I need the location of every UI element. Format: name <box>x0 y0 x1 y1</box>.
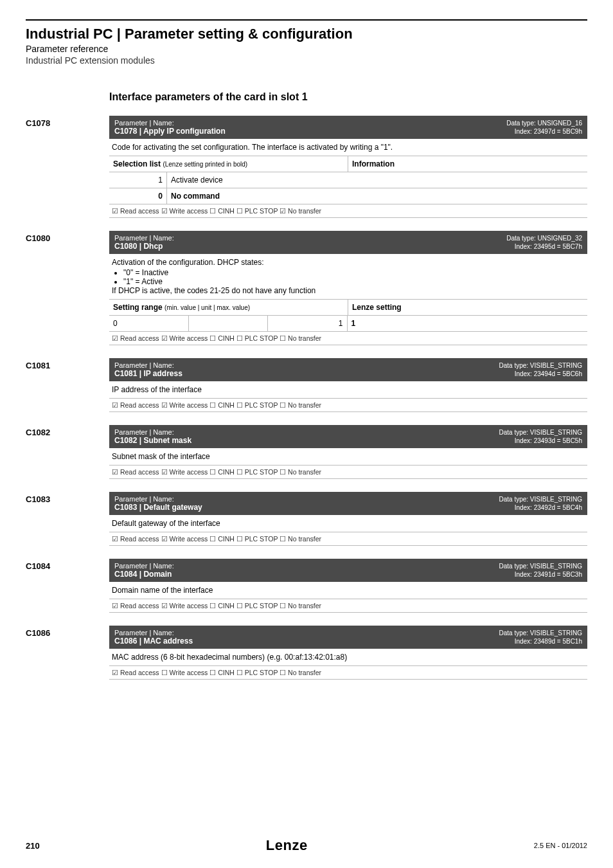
param-desc: Activation of the configuration. DHCP st… <box>109 254 587 300</box>
param-desc: MAC address (6 8-bit hexadecimal numbers… <box>109 649 587 666</box>
set-min: 0 <box>109 316 189 331</box>
desc-line: Activation of the configuration. DHCP st… <box>112 258 264 267</box>
param-index: Index: 23497d = 5BC9h <box>506 127 582 136</box>
param-label: Parameter | Name: <box>114 361 182 369</box>
param-index: Index: 23491d = 5BC3h <box>499 570 583 579</box>
sel-num: 1 <box>109 172 167 188</box>
setting-row: 0 1 1 <box>109 316 587 332</box>
access-flags: ☑ Read access ☑ Write access ☐ CINH ☐ PL… <box>109 532 587 546</box>
set-small: (min. value | unit | max. value) <box>164 304 250 311</box>
access-flags: ☑ Read access ☑ Write access ☐ CINH ☐ PL… <box>109 204 587 218</box>
param-name: C1082 | Subnet mask <box>114 436 191 445</box>
param-dtype: Data type: UNSIGNED_16 <box>506 119 582 127</box>
param-desc: IP address of the interface <box>109 381 587 399</box>
top-rule <box>26 19 587 21</box>
param-desc: Code for activating the set configuratio… <box>109 139 587 156</box>
page-subtitle-2: Industrial PC extension modules <box>26 55 587 66</box>
param-name: C1084 | Domain <box>114 570 174 579</box>
param-header: Parameter | Name: C1086 | MAC address Da… <box>109 626 587 649</box>
param-label: Parameter | Name: <box>114 495 202 503</box>
sel-info <box>348 172 587 188</box>
sel-label-text: No command <box>167 188 348 204</box>
param-dtype: Data type: VISIBLE_STRING <box>499 495 583 503</box>
param-c1081: C1081 Parameter | Name: C1081 | IP addre… <box>26 358 587 412</box>
selection-row: 0 No command <box>109 188 587 204</box>
param-dtype: Data type: VISIBLE_STRING <box>499 562 583 570</box>
param-dtype: Data type: VISIBLE_STRING <box>499 361 583 370</box>
information-label: Information <box>348 156 587 172</box>
sel-info <box>348 188 587 204</box>
param-name: C1086 | MAC address <box>114 637 193 646</box>
param-header: Parameter | Name: C1084 | Domain Data ty… <box>109 559 587 582</box>
sel-num: 0 <box>109 188 167 204</box>
param-index: Index: 23492d = 5BC4h <box>499 503 583 512</box>
access-flags: ☑ Read access ☑ Write access ☐ CINH ☐ PL… <box>109 599 587 613</box>
param-c1084: C1084 Parameter | Name: C1084 | Domain D… <box>26 559 587 613</box>
param-desc: Default gateway of the interface <box>109 515 587 532</box>
param-label: Parameter | Name: <box>114 119 226 127</box>
param-c1082: C1082 Parameter | Name: C1082 | Subnet m… <box>26 425 587 479</box>
page-number: 210 <box>26 841 40 851</box>
param-desc: Domain name of the interface <box>109 582 587 599</box>
set-max: 1 <box>268 316 348 331</box>
param-desc: Subnet mask of the interface <box>109 448 587 466</box>
param-name: C1080 | Dhcp <box>114 242 174 251</box>
revision-text: 2.5 EN - 01/2012 <box>534 842 587 849</box>
set-label: Setting range <box>113 303 163 312</box>
param-name: C1081 | IP address <box>114 369 182 378</box>
sel-small: (Lenze setting printed in bold) <box>163 161 247 168</box>
param-code: C1084 <box>26 559 109 613</box>
param-code: C1083 <box>26 492 109 546</box>
selection-list-label: Selection list (Lenze setting printed in… <box>109 156 348 172</box>
param-c1083: C1083 Parameter | Name: C1083 | Default … <box>26 492 587 546</box>
page-title: Industrial PC | Parameter setting & conf… <box>26 26 587 42</box>
sel-label-text: Activate device <box>167 172 348 188</box>
param-code: C1082 <box>26 425 109 479</box>
param-code: C1086 <box>26 626 109 680</box>
param-index: Index: 23493d = 5BC5h <box>499 437 583 445</box>
brand-logo: Lenze <box>266 837 308 854</box>
desc-line: If DHCP is active, the codes 21-25 do no… <box>112 286 315 295</box>
param-header: Parameter | Name: C1083 | Default gatewa… <box>109 492 587 515</box>
param-c1078: C1078 Parameter | Name: C1078 | Apply IP… <box>26 116 587 218</box>
access-flags: ☑ Read access ☐ Write access ☐ CINH ☐ PL… <box>109 666 587 680</box>
param-c1086: C1086 Parameter | Name: C1086 | MAC addr… <box>26 626 587 680</box>
access-flags: ☑ Read access ☑ Write access ☐ CINH ☐ PL… <box>109 399 587 412</box>
page-footer: 210 Lenze 2.5 EN - 01/2012 <box>26 837 587 854</box>
param-dtype: Data type: VISIBLE_STRING <box>499 428 583 437</box>
param-label: Parameter | Name: <box>114 234 174 242</box>
param-label: Parameter | Name: <box>114 629 193 637</box>
param-header: Parameter | Name: C1082 | Subnet mask Da… <box>109 425 587 448</box>
param-name: C1083 | Default gateway <box>114 503 202 512</box>
param-c1080: C1080 Parameter | Name: C1080 | Dhcp Dat… <box>26 231 587 345</box>
param-name: C1078 | Apply IP configuration <box>114 127 226 136</box>
section-title: Interface parameters of the card in slot… <box>109 91 587 103</box>
param-index: Index: 23495d = 5BC7h <box>506 242 582 251</box>
page-subtitle-1: Parameter reference <box>26 44 587 54</box>
selection-row: 1 Activate device <box>109 172 587 188</box>
param-code: C1078 <box>26 116 109 218</box>
param-code: C1080 <box>26 231 109 345</box>
param-label: Parameter | Name: <box>114 562 174 570</box>
set-unit <box>189 316 269 331</box>
param-header: Parameter | Name: C1081 | IP address Dat… <box>109 358 587 381</box>
param-label: Parameter | Name: <box>114 428 191 436</box>
desc-bullet: "0" = Inactive <box>123 268 585 277</box>
param-code: C1081 <box>26 358 109 412</box>
access-flags: ☑ Read access ☑ Write access ☐ CINH ☐ PL… <box>109 466 587 479</box>
param-dtype: Data type: VISIBLE_STRING <box>499 629 583 637</box>
param-dtype: Data type: UNSIGNED_32 <box>506 234 582 242</box>
lenze-setting-label: Lenze setting <box>348 300 587 315</box>
param-header: Parameter | Name: C1078 | Apply IP confi… <box>109 116 587 139</box>
set-lenze: 1 <box>348 316 587 331</box>
param-index: Index: 23489d = 5BC1h <box>499 637 583 646</box>
param-header: Parameter | Name: C1080 | Dhcp Data type… <box>109 231 587 254</box>
param-index: Index: 23494d = 5BC6h <box>499 370 583 378</box>
desc-bullet: "1" = Active <box>123 277 585 286</box>
access-flags: ☑ Read access ☑ Write access ☐ CINH ☐ PL… <box>109 332 587 345</box>
setting-range-label: Setting range (min. value | unit | max. … <box>109 300 348 315</box>
sel-label: Selection list <box>113 159 161 168</box>
